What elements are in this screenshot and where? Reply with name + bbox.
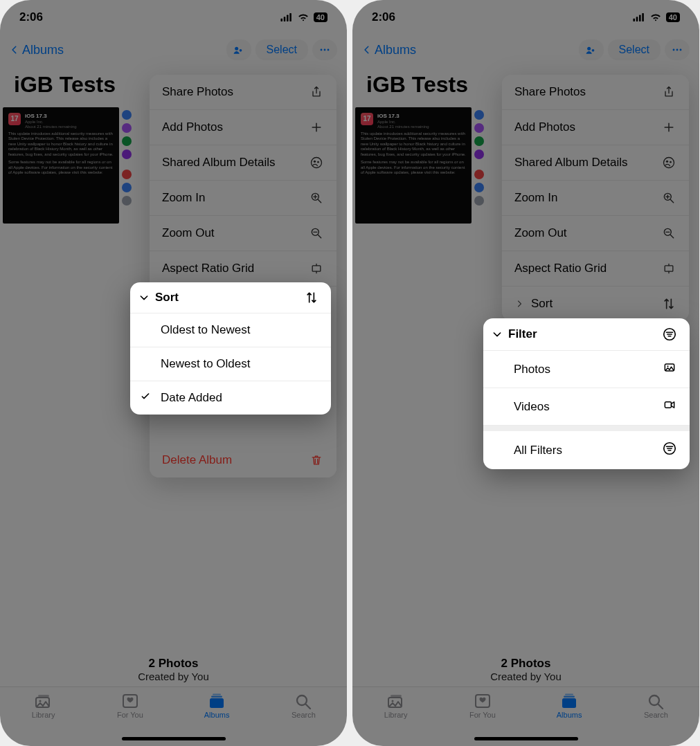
filter-header[interactable]: Filter — [483, 318, 690, 351]
screen-right: 2:06 40 Albums Select iGB Tests 17 iOS 1… — [352, 0, 699, 746]
albums-icon — [207, 693, 226, 709]
aspect-grid-icon — [309, 261, 324, 276]
photo-thumbnail-partial[interactable] — [474, 107, 487, 224]
filter-popup: Filter Photos Videos All Filters — [483, 318, 690, 469]
sort-oldest-to-newest[interactable]: Oldest to Newest — [130, 313, 331, 347]
footer-summary: 2 Photos Created by You — [352, 657, 699, 682]
dot-icon — [122, 110, 132, 120]
menu-zoom-out[interactable]: Zoom Out — [150, 216, 336, 251]
chevron-left-icon — [10, 42, 19, 57]
menu-shared-album-details[interactable]: Shared Album Details — [502, 145, 689, 181]
status-bar: 2:06 40 — [352, 0, 699, 35]
home-indicator[interactable] — [474, 737, 578, 740]
tab-library[interactable]: Library — [352, 687, 439, 746]
zoom-in-icon — [661, 190, 676, 206]
dot-icon — [474, 149, 484, 159]
context-menu: Share Photos Add Photos Shared Album Det… — [502, 75, 689, 321]
search-icon — [294, 693, 313, 709]
sort-date-added[interactable]: Date Added — [130, 381, 331, 415]
shared-library-button[interactable] — [579, 39, 604, 60]
cellular-icon — [280, 13, 293, 21]
chevron-down-icon — [138, 292, 150, 303]
filter-all-filters[interactable]: All Filters — [483, 431, 690, 469]
people-circle-icon — [661, 155, 676, 170]
dot-icon — [122, 123, 132, 133]
back-button[interactable]: Albums — [10, 42, 64, 57]
trash-icon — [309, 453, 324, 468]
status-time: 2:06 — [19, 10, 43, 24]
tab-search[interactable]: Search — [613, 687, 699, 746]
chevron-down-icon — [492, 329, 503, 340]
back-label: Albums — [375, 43, 416, 57]
share-icon — [309, 84, 324, 100]
shared-library-button[interactable] — [226, 39, 251, 60]
dot-icon — [474, 110, 484, 120]
menu-aspect-ratio-grid[interactable]: Aspect Ratio Grid — [150, 251, 336, 286]
sort-popup: Sort Oldest to Newest Newest to Oldest D… — [130, 282, 331, 415]
sort-arrows-icon — [305, 291, 318, 304]
menu-delete-album[interactable]: Delete Album — [150, 443, 336, 477]
menu-aspect-ratio-grid[interactable]: Aspect Ratio Grid — [502, 251, 689, 286]
tab-library[interactable]: Library — [0, 687, 87, 746]
cellular-icon — [633, 13, 645, 21]
plus-icon — [309, 120, 324, 135]
dot-icon — [122, 136, 132, 146]
photo-thumbnail[interactable]: 17 iOS 17.3 Apple Inc. About 21 minutes … — [355, 107, 472, 224]
zoom-out-icon — [309, 226, 324, 241]
select-button[interactable]: Select — [608, 39, 661, 60]
ellipsis-icon — [670, 43, 684, 57]
filter-videos[interactable]: Videos — [483, 388, 690, 426]
zoom-in-icon — [309, 190, 324, 206]
dot-icon — [474, 196, 484, 206]
sort-header[interactable]: Sort — [130, 282, 331, 313]
photo-icon — [662, 361, 677, 378]
library-icon — [34, 693, 53, 709]
for-you-icon — [473, 693, 492, 709]
sort-arrows-icon — [661, 296, 676, 311]
wifi-icon — [297, 13, 309, 21]
filter-lines-icon — [662, 441, 677, 460]
filter-lines-icon — [662, 327, 677, 342]
home-indicator[interactable] — [122, 737, 226, 740]
menu-zoom-out[interactable]: Zoom Out — [502, 216, 689, 251]
aspect-grid-icon — [661, 261, 676, 276]
chevron-right-icon — [514, 299, 524, 309]
plus-icon — [661, 120, 676, 135]
library-icon — [386, 693, 406, 709]
dot-icon — [474, 170, 484, 179]
more-button[interactable] — [312, 39, 337, 60]
menu-share-photos[interactable]: Share Photos — [150, 75, 336, 110]
screen-left: 2:06 40 Albums Select iGB Tests 17 iOS 1… — [0, 0, 347, 746]
people-icon — [584, 43, 599, 57]
people-icon — [231, 43, 246, 57]
status-time: 2:06 — [372, 10, 395, 24]
select-button[interactable]: Select — [255, 39, 308, 60]
check-icon — [140, 391, 151, 406]
dot-icon — [122, 183, 132, 192]
wifi-icon — [649, 13, 662, 21]
sort-newest-to-oldest[interactable]: Newest to Oldest — [130, 347, 331, 381]
menu-share-photos[interactable]: Share Photos — [502, 75, 689, 110]
status-bar: 2:06 40 — [0, 0, 347, 35]
dot-icon — [474, 183, 484, 192]
menu-shared-album-details[interactable]: Shared Album Details — [150, 145, 336, 181]
filter-photos[interactable]: Photos — [483, 351, 690, 388]
menu-zoom-in[interactable]: Zoom In — [150, 181, 336, 216]
menu-sort[interactable]: Sort — [502, 286, 689, 321]
menu-zoom-in[interactable]: Zoom In — [502, 181, 689, 216]
photo-thumbnail-partial[interactable] — [122, 107, 134, 224]
more-button[interactable] — [665, 39, 690, 60]
share-icon — [661, 84, 676, 100]
menu-add-photos[interactable]: Add Photos — [150, 110, 336, 145]
tab-search[interactable]: Search — [260, 687, 347, 746]
search-icon — [646, 693, 665, 709]
dot-icon — [122, 170, 132, 179]
zoom-out-icon — [661, 226, 676, 241]
albums-icon — [559, 693, 579, 709]
menu-add-photos[interactable]: Add Photos — [502, 110, 689, 145]
app-icon: 17 — [361, 113, 373, 125]
photo-thumbnail[interactable]: 17 iOS 17.3 Apple Inc. About 21 minutes … — [3, 107, 119, 224]
nav-bar: Albums Select — [0, 35, 347, 65]
dot-icon — [474, 136, 484, 146]
back-button[interactable]: Albums — [362, 42, 416, 57]
